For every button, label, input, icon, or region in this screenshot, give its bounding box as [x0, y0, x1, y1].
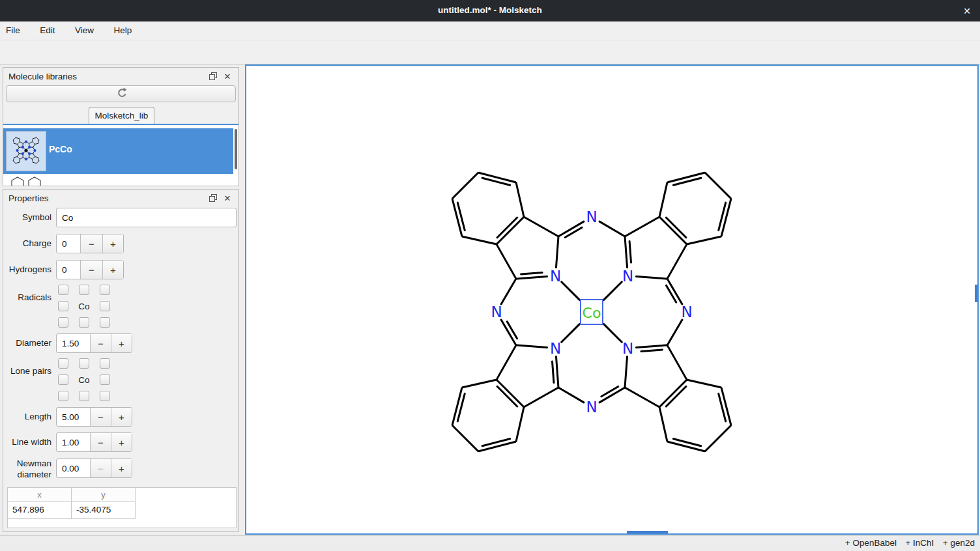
length-decrement-button[interactable]: −	[90, 408, 110, 426]
length-label: Length	[3, 412, 51, 421]
symbol-input[interactable]: Co	[56, 208, 237, 227]
svg-text:N: N	[550, 340, 561, 357]
lone-pair-checkbox[interactable]	[100, 391, 110, 401]
lone-pair-checkbox[interactable]	[58, 374, 68, 385]
svg-text:N: N	[491, 304, 502, 320]
toolbar: 1 [ ] Abc H+	[0, 40, 980, 64]
line-width-increment-button[interactable]: +	[111, 433, 132, 451]
radical-checkbox[interactable]	[100, 301, 110, 311]
diameter-decrement-button[interactable]: −	[90, 334, 110, 352]
svg-text:N: N	[586, 208, 597, 225]
svg-text:N: N	[550, 268, 561, 285]
hydrogens-increment-button[interactable]: +	[102, 261, 123, 279]
radical-checkbox[interactable]	[58, 285, 68, 295]
float-properties-icon[interactable]	[209, 193, 218, 203]
hydrogens-decrement-button[interactable]: −	[80, 261, 102, 279]
library-item-pcco[interactable]: PcCo	[3, 128, 233, 174]
radical-checkbox[interactable]	[79, 317, 89, 328]
coordinates-header-y: y	[72, 488, 136, 502]
svg-text:N: N	[622, 268, 633, 285]
length-value[interactable]: 5.00	[57, 408, 90, 426]
lone-pair-checkbox[interactable]	[79, 391, 89, 401]
close-window-icon[interactable]: ✕	[960, 5, 973, 18]
radical-checkbox[interactable]	[100, 317, 110, 328]
menu-file[interactable]: File	[0, 21, 29, 40]
radical-checkbox[interactable]	[58, 317, 68, 328]
lone-pairs-label: Lone pairs	[3, 366, 51, 376]
radicals-label: Radicals	[3, 292, 51, 302]
hydrogens-label: Hydrogens	[3, 264, 51, 274]
lone-pair-checkbox[interactable]	[79, 358, 89, 369]
molecule-drawing[interactable]: NNNNNNNNCo	[246, 66, 977, 533]
canvas-vertical-scrollbar[interactable]	[975, 285, 977, 302]
library-item-partial[interactable]	[3, 175, 233, 186]
radical-checkbox[interactable]	[79, 285, 89, 295]
menu-edit[interactable]: Edit	[31, 21, 63, 40]
window-title: untitled.mol* - Molsketch	[0, 5, 980, 15]
drawing-canvas[interactable]: NNNNNNNNCo	[245, 64, 979, 535]
charge-spinbox: 0 − +	[56, 234, 124, 253]
properties-panel: Properties ✕ Symbol Co Charge 0 − + Hydr…	[3, 189, 239, 532]
newman-diameter-label: Newman diameter	[3, 458, 51, 480]
menu-help[interactable]: Help	[105, 21, 140, 40]
newman-diameter-value[interactable]: 0.00	[57, 459, 90, 477]
newman-diameter-increment-button[interactable]: +	[111, 459, 132, 477]
charge-label: Charge	[3, 238, 51, 248]
coordinates-table: x y 547.896 -35.4075	[7, 487, 237, 528]
symbol-label: Symbol	[3, 212, 51, 222]
line-width-decrement-button[interactable]: −	[90, 433, 110, 451]
titlebar: untitled.mol* - Molsketch ✕	[0, 0, 980, 21]
charge-decrement-button[interactable]: −	[80, 234, 102, 253]
line-width-value[interactable]: 1.00	[57, 433, 90, 451]
diameter-value[interactable]: 1.50	[57, 334, 90, 352]
line-width-label: Line width	[3, 437, 51, 447]
library-list: PcCo	[3, 125, 238, 186]
svg-text:N: N	[681, 304, 692, 320]
charge-value[interactable]: 0	[57, 234, 80, 253]
statusbar: + OpenBabel + InChI + gen2d	[0, 535, 980, 551]
tab-molsketch-lib[interactable]: Molsketch_lib	[89, 107, 154, 124]
svg-text:N: N	[622, 340, 633, 357]
radical-checkbox[interactable]	[58, 301, 68, 311]
newman-diameter-decrement-button[interactable]: −	[90, 459, 110, 477]
lone-pair-checkbox[interactable]	[100, 374, 110, 385]
close-properties-icon[interactable]: ✕	[223, 193, 232, 203]
status-gen2d: + gen2d	[943, 536, 975, 548]
float-panel-icon[interactable]	[209, 72, 218, 81]
lone-pairs-center-symbol: Co	[75, 375, 93, 385]
diameter-label: Diameter	[3, 338, 51, 348]
coordinates-header-x: x	[8, 488, 72, 502]
library-item-label: PcCo	[49, 144, 72, 154]
diameter-spinbox: 1.50 − +	[56, 333, 132, 353]
molecule-libraries-panel: Molecule libraries ✕ Molsketch_lib PcCo	[3, 67, 239, 186]
coordinate-cell-x[interactable]: 547.896	[8, 502, 72, 519]
lone-pair-checkbox[interactable]	[100, 358, 110, 369]
hydrogens-spinbox: 0 − +	[56, 260, 124, 279]
charge-increment-button[interactable]: +	[102, 234, 123, 253]
hydrogens-value[interactable]: 0	[57, 261, 80, 279]
molecule-thumbnail	[6, 131, 46, 171]
svg-text:N: N	[586, 399, 597, 416]
status-inchi: + InChI	[905, 536, 934, 548]
properties-panel-title: Properties	[8, 193, 49, 203]
libraries-panel-title: Molecule libraries	[8, 72, 77, 81]
lone-pair-checkbox[interactable]	[58, 391, 68, 401]
menu-view[interactable]: View	[66, 21, 102, 40]
lone-pair-checkbox[interactable]	[58, 358, 68, 369]
refresh-libraries-button[interactable]	[6, 85, 236, 102]
svg-text:Co: Co	[583, 305, 601, 321]
coordinate-cell-y[interactable]: -35.4075	[72, 502, 136, 519]
length-increment-button[interactable]: +	[111, 408, 132, 426]
canvas-horizontal-scrollbar[interactable]	[627, 531, 668, 533]
library-scrollbar[interactable]	[235, 129, 237, 169]
status-openbabel: + OpenBabel	[845, 536, 897, 548]
line-width-spinbox: 1.00 − +	[56, 432, 132, 452]
diameter-increment-button[interactable]: +	[111, 334, 132, 352]
radicals-center-symbol: Co	[75, 302, 93, 311]
radical-checkbox[interactable]	[100, 285, 110, 295]
close-panel-icon[interactable]: ✕	[223, 72, 232, 81]
dock-column: Molecule libraries ✕ Molsketch_lib PcCo	[0, 64, 245, 535]
next-molecule-thumbnail	[6, 176, 46, 186]
length-spinbox: 5.00 − +	[56, 407, 132, 427]
newman-diameter-spinbox: 0.00 − +	[56, 459, 132, 478]
